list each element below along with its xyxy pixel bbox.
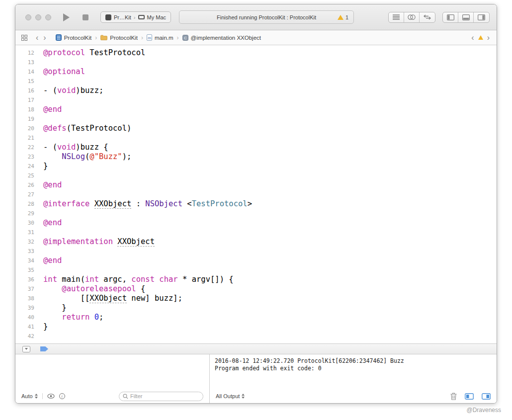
code-text[interactable] xyxy=(38,77,43,86)
print-description-button[interactable]: i xyxy=(59,393,65,399)
code-text[interactable]: @end xyxy=(38,180,62,190)
line-number[interactable]: 13 xyxy=(15,58,38,67)
line-number[interactable]: 23 xyxy=(15,152,38,162)
assistant-editor-button[interactable] xyxy=(404,12,420,22)
code-line[interactable]: 13 xyxy=(15,58,497,67)
code-line[interactable]: 12@protocol TestProtocol xyxy=(15,48,497,58)
line-number[interactable]: 37 xyxy=(15,284,38,294)
hide-debug-area-button[interactable] xyxy=(22,346,30,352)
variables-list[interactable] xyxy=(15,354,209,389)
code-line[interactable]: 33 xyxy=(15,247,497,256)
code-text[interactable]: @defs(TestProtocol) xyxy=(38,124,131,133)
code-text[interactable]: @autoreleasepool { xyxy=(38,284,145,294)
line-number[interactable]: 16 xyxy=(15,86,38,95)
line-number[interactable]: 14 xyxy=(15,67,38,77)
line-number[interactable]: 32 xyxy=(15,237,38,247)
code-line[interactable]: 26@end xyxy=(15,180,497,190)
close-window-button[interactable] xyxy=(25,14,31,20)
warning-icon[interactable] xyxy=(478,35,483,40)
code-line[interactable]: 20@defs(TestProtocol) xyxy=(15,124,497,133)
next-issue-button[interactable]: › xyxy=(486,34,491,42)
code-line[interactable]: 41} xyxy=(15,322,497,332)
console-output[interactable]: 2016-08-12 12:49:22.720 ProtocolKit[6220… xyxy=(210,354,497,389)
line-number[interactable]: 41 xyxy=(15,322,38,332)
line-number[interactable]: 36 xyxy=(15,275,38,284)
code-text[interactable]: @implementation XXObject xyxy=(38,237,155,247)
line-number[interactable]: 15 xyxy=(15,77,38,86)
run-button[interactable] xyxy=(63,13,70,21)
code-line[interactable]: 38 [[XXObject new] buzz]; xyxy=(15,294,497,303)
line-number[interactable]: 28 xyxy=(15,199,38,209)
code-line[interactable]: 31 xyxy=(15,228,497,237)
code-text[interactable]: - (void)buzz { xyxy=(38,143,108,152)
toggle-navigator-button[interactable] xyxy=(443,12,458,22)
code-text[interactable]: int main(int argc, const char * argv[]) … xyxy=(38,275,234,284)
line-number[interactable]: 27 xyxy=(15,190,38,199)
code-line[interactable]: 21 xyxy=(15,133,497,143)
scheme-selector[interactable]: Pr…Kit › My Mac xyxy=(100,11,171,23)
code-line[interactable]: 29 xyxy=(15,209,497,218)
stop-button[interactable] xyxy=(83,14,88,20)
zoom-window-button[interactable] xyxy=(45,14,51,20)
code-text[interactable]: NSLog(@"Buzz"); xyxy=(38,152,131,162)
line-number[interactable]: 40 xyxy=(15,313,38,322)
clear-console-button[interactable] xyxy=(450,393,457,400)
code-text[interactable]: @end xyxy=(38,256,62,265)
code-text[interactable] xyxy=(38,95,43,105)
standard-editor-button[interactable] xyxy=(389,12,404,22)
line-number[interactable]: 25 xyxy=(15,171,38,180)
variables-scope-popup[interactable]: Auto xyxy=(21,393,38,399)
code-text[interactable]: @optional xyxy=(38,67,85,77)
line-number[interactable]: 26 xyxy=(15,180,38,190)
code-text[interactable]: @interface XXObject : NSObject <TestProt… xyxy=(38,199,252,209)
code-text[interactable]: } xyxy=(38,303,67,313)
code-text[interactable] xyxy=(38,133,43,143)
line-number[interactable]: 21 xyxy=(15,133,38,143)
code-line[interactable]: 25 xyxy=(15,171,497,180)
line-number[interactable]: 30 xyxy=(15,218,38,228)
back-button[interactable]: ‹ xyxy=(33,34,41,42)
code-text[interactable] xyxy=(38,228,43,237)
version-editor-button[interactable] xyxy=(420,12,435,22)
code-text[interactable] xyxy=(38,209,43,218)
code-text[interactable]: } xyxy=(38,322,48,332)
code-line[interactable]: 32@implementation XXObject xyxy=(15,237,497,247)
code-text[interactable]: @end xyxy=(38,105,62,114)
code-line[interactable]: 22- (void)buzz { xyxy=(15,143,497,152)
code-line[interactable]: 18@end xyxy=(15,105,497,114)
code-line[interactable]: 34@end xyxy=(15,256,497,265)
code-line[interactable]: 35 xyxy=(15,265,497,275)
code-text[interactable] xyxy=(38,332,43,341)
console-scope-popup[interactable]: All Output xyxy=(216,393,245,399)
code-text[interactable]: @protocol TestProtocol xyxy=(38,48,145,58)
code-line[interactable]: 36int main(int argc, const char * argv[]… xyxy=(15,275,497,284)
code-line[interactable]: 24} xyxy=(15,162,497,171)
line-number[interactable]: 34 xyxy=(15,256,38,265)
code-text[interactable]: [[XXObject new] buzz]; xyxy=(38,294,182,303)
line-number[interactable]: 39 xyxy=(15,303,38,313)
code-text[interactable] xyxy=(38,114,43,124)
warning-count-badge[interactable]: 1 xyxy=(338,11,348,23)
code-line[interactable]: 39 } xyxy=(15,303,497,313)
line-number[interactable]: 18 xyxy=(15,105,38,114)
line-number[interactable]: 19 xyxy=(15,114,38,124)
code-line[interactable]: 28@interface XXObject : NSObject <TestPr… xyxy=(15,199,497,209)
code-line[interactable]: 42 xyxy=(15,332,497,341)
breadcrumb-symbol[interactable]: C @implementation XXObject xyxy=(182,35,261,41)
code-text[interactable] xyxy=(38,58,43,67)
toggle-debug-area-button[interactable] xyxy=(458,12,474,22)
show-console-only-button[interactable] xyxy=(482,393,491,400)
line-number[interactable]: 20 xyxy=(15,124,38,133)
code-text[interactable] xyxy=(38,265,43,275)
code-line[interactable]: 30@end xyxy=(15,218,497,228)
related-items-button[interactable] xyxy=(21,35,27,41)
line-number[interactable]: 24 xyxy=(15,162,38,171)
breadcrumb-project[interactable]: ProtocolKit xyxy=(56,34,92,41)
code-line[interactable]: 15 xyxy=(15,77,497,86)
line-number[interactable]: 33 xyxy=(15,247,38,256)
breakpoint-activation-button[interactable] xyxy=(40,346,48,351)
minimize-window-button[interactable] xyxy=(35,14,41,20)
code-text[interactable]: @end xyxy=(38,218,62,228)
line-number[interactable]: 35 xyxy=(15,265,38,275)
breadcrumb-group[interactable]: ProtocolKit xyxy=(100,35,138,41)
